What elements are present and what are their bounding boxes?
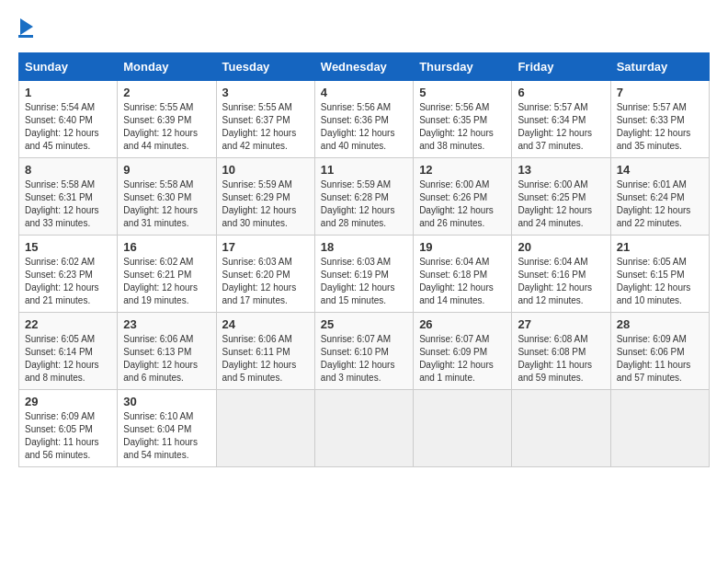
calendar-cell: 21Sunrise: 6:05 AMSunset: 6:15 PMDayligh… xyxy=(610,236,709,313)
calendar-cell: 16Sunrise: 6:02 AMSunset: 6:21 PMDayligh… xyxy=(118,236,216,313)
day-number: 5 xyxy=(419,86,506,99)
calendar-cell: 11Sunrise: 5:59 AMSunset: 6:28 PMDayligh… xyxy=(314,158,413,236)
day-info: Sunrise: 5:58 AMSunset: 6:30 PMDaylight:… xyxy=(123,178,210,230)
day-number: 4 xyxy=(321,86,407,99)
day-number: 11 xyxy=(321,163,407,177)
day-info: Sunrise: 6:02 AMSunset: 6:21 PMDaylight:… xyxy=(123,256,210,307)
calendar-cell: 30Sunrise: 6:10 AMSunset: 6:04 PMDayligh… xyxy=(118,390,216,467)
day-number: 22 xyxy=(25,317,111,331)
column-header-monday: Monday xyxy=(118,53,216,81)
calendar-cell xyxy=(512,390,610,467)
day-number: 17 xyxy=(222,240,309,254)
column-header-wednesday: Wednesday xyxy=(314,53,413,81)
day-info: Sunrise: 5:56 AMSunset: 6:36 PMDaylight:… xyxy=(321,101,407,153)
day-number: 23 xyxy=(123,317,210,331)
calendar-cell: 27Sunrise: 6:08 AMSunset: 6:08 PMDayligh… xyxy=(512,313,610,390)
day-number: 3 xyxy=(222,86,309,99)
day-info: Sunrise: 5:59 AMSunset: 6:29 PMDaylight:… xyxy=(222,178,309,230)
day-number: 20 xyxy=(518,240,604,254)
calendar-cell: 14Sunrise: 6:01 AMSunset: 6:24 PMDayligh… xyxy=(610,158,709,236)
calendar-cell: 8Sunrise: 5:58 AMSunset: 6:31 PMDaylight… xyxy=(19,158,118,236)
calendar-cell: 20Sunrise: 6:04 AMSunset: 6:16 PMDayligh… xyxy=(512,236,610,313)
column-header-tuesday: Tuesday xyxy=(216,53,314,81)
column-header-thursday: Thursday xyxy=(414,53,512,81)
calendar-cell: 22Sunrise: 6:05 AMSunset: 6:14 PMDayligh… xyxy=(19,313,118,390)
calendar-cell: 2Sunrise: 5:55 AMSunset: 6:39 PMDaylight… xyxy=(118,81,216,158)
day-number: 2 xyxy=(123,86,210,99)
day-number: 19 xyxy=(419,240,506,254)
day-number: 14 xyxy=(617,163,703,177)
day-info: Sunrise: 5:54 AMSunset: 6:40 PMDaylight:… xyxy=(25,101,111,153)
day-info: Sunrise: 6:08 AMSunset: 6:08 PMDaylight:… xyxy=(518,333,604,385)
calendar-cell xyxy=(610,390,709,467)
calendar-cell: 10Sunrise: 5:59 AMSunset: 6:29 PMDayligh… xyxy=(216,158,314,236)
calendar-cell: 18Sunrise: 6:03 AMSunset: 6:19 PMDayligh… xyxy=(314,236,413,313)
day-info: Sunrise: 6:05 AMSunset: 6:15 PMDaylight:… xyxy=(617,256,703,307)
day-info: Sunrise: 6:06 AMSunset: 6:11 PMDaylight:… xyxy=(222,333,309,385)
calendar-cell: 24Sunrise: 6:06 AMSunset: 6:11 PMDayligh… xyxy=(216,313,314,390)
calendar-cell: 9Sunrise: 5:58 AMSunset: 6:30 PMDaylight… xyxy=(118,158,216,236)
day-number: 13 xyxy=(518,163,604,177)
column-header-saturday: Saturday xyxy=(610,53,709,81)
day-number: 16 xyxy=(123,240,210,254)
calendar-cell: 13Sunrise: 6:00 AMSunset: 6:25 PMDayligh… xyxy=(512,158,610,236)
logo-triangle-icon xyxy=(20,18,33,35)
calendar-cell: 7Sunrise: 5:57 AMSunset: 6:33 PMDaylight… xyxy=(610,81,709,158)
day-number: 7 xyxy=(617,86,703,99)
day-info: Sunrise: 6:00 AMSunset: 6:25 PMDaylight:… xyxy=(518,178,604,230)
day-number: 8 xyxy=(25,163,111,177)
day-info: Sunrise: 5:57 AMSunset: 6:34 PMDaylight:… xyxy=(518,101,604,153)
column-header-friday: Friday xyxy=(512,53,610,81)
page-header xyxy=(18,18,710,38)
calendar-header-row: SundayMondayTuesdayWednesdayThursdayFrid… xyxy=(19,53,710,81)
calendar-cell: 26Sunrise: 6:07 AMSunset: 6:09 PMDayligh… xyxy=(414,313,512,390)
day-info: Sunrise: 6:03 AMSunset: 6:19 PMDaylight:… xyxy=(321,256,407,307)
day-number: 1 xyxy=(25,86,111,99)
logo xyxy=(18,18,33,38)
day-number: 24 xyxy=(222,317,309,331)
day-info: Sunrise: 6:07 AMSunset: 6:09 PMDaylight:… xyxy=(419,333,506,385)
day-number: 29 xyxy=(25,395,111,408)
day-info: Sunrise: 5:58 AMSunset: 6:31 PMDaylight:… xyxy=(25,178,111,230)
calendar-cell: 4Sunrise: 5:56 AMSunset: 6:36 PMDaylight… xyxy=(314,81,413,158)
calendar-week-3: 8Sunrise: 5:58 AMSunset: 6:31 PMDaylight… xyxy=(19,158,710,236)
day-number: 30 xyxy=(123,395,210,408)
day-info: Sunrise: 6:05 AMSunset: 6:14 PMDaylight:… xyxy=(25,333,111,385)
calendar-week-5: 22Sunrise: 6:05 AMSunset: 6:14 PMDayligh… xyxy=(19,313,710,390)
calendar-cell: 25Sunrise: 6:07 AMSunset: 6:10 PMDayligh… xyxy=(314,313,413,390)
calendar-cell xyxy=(314,390,413,467)
calendar-cell: 5Sunrise: 5:56 AMSunset: 6:35 PMDaylight… xyxy=(414,81,512,158)
day-number: 10 xyxy=(222,163,309,177)
day-number: 26 xyxy=(419,317,506,331)
calendar-week-6: 29Sunrise: 6:09 AMSunset: 6:05 PMDayligh… xyxy=(19,390,710,467)
day-number: 12 xyxy=(419,163,506,177)
day-number: 18 xyxy=(321,240,407,254)
column-header-sunday: Sunday xyxy=(19,53,118,81)
day-number: 9 xyxy=(123,163,210,177)
calendar-week-2: 1Sunrise: 5:54 AMSunset: 6:40 PMDaylight… xyxy=(19,81,710,158)
day-number: 27 xyxy=(518,317,604,331)
day-number: 15 xyxy=(25,240,111,254)
day-info: Sunrise: 6:09 AMSunset: 6:06 PMDaylight:… xyxy=(617,333,703,385)
day-info: Sunrise: 6:03 AMSunset: 6:20 PMDaylight:… xyxy=(222,256,309,307)
day-info: Sunrise: 6:04 AMSunset: 6:18 PMDaylight:… xyxy=(419,256,506,307)
calendar-table: SundayMondayTuesdayWednesdayThursdayFrid… xyxy=(18,52,710,467)
calendar-cell: 12Sunrise: 6:00 AMSunset: 6:26 PMDayligh… xyxy=(414,158,512,236)
calendar-cell: 17Sunrise: 6:03 AMSunset: 6:20 PMDayligh… xyxy=(216,236,314,313)
day-info: Sunrise: 5:57 AMSunset: 6:33 PMDaylight:… xyxy=(617,101,703,153)
day-info: Sunrise: 6:01 AMSunset: 6:24 PMDaylight:… xyxy=(617,178,703,230)
day-info: Sunrise: 6:06 AMSunset: 6:13 PMDaylight:… xyxy=(123,333,210,385)
day-number: 21 xyxy=(617,240,703,254)
day-info: Sunrise: 6:02 AMSunset: 6:23 PMDaylight:… xyxy=(25,256,111,307)
calendar-cell: 15Sunrise: 6:02 AMSunset: 6:23 PMDayligh… xyxy=(19,236,118,313)
day-info: Sunrise: 5:55 AMSunset: 6:39 PMDaylight:… xyxy=(123,101,210,153)
calendar-cell: 1Sunrise: 5:54 AMSunset: 6:40 PMDaylight… xyxy=(19,81,118,158)
calendar-cell: 19Sunrise: 6:04 AMSunset: 6:18 PMDayligh… xyxy=(414,236,512,313)
day-info: Sunrise: 6:10 AMSunset: 6:04 PMDaylight:… xyxy=(123,410,210,462)
day-info: Sunrise: 5:56 AMSunset: 6:35 PMDaylight:… xyxy=(419,101,506,153)
day-info: Sunrise: 6:09 AMSunset: 6:05 PMDaylight:… xyxy=(25,410,111,462)
calendar-cell: 28Sunrise: 6:09 AMSunset: 6:06 PMDayligh… xyxy=(610,313,709,390)
calendar-cell: 23Sunrise: 6:06 AMSunset: 6:13 PMDayligh… xyxy=(118,313,216,390)
day-info: Sunrise: 5:55 AMSunset: 6:37 PMDaylight:… xyxy=(222,101,309,153)
calendar-cell xyxy=(414,390,512,467)
